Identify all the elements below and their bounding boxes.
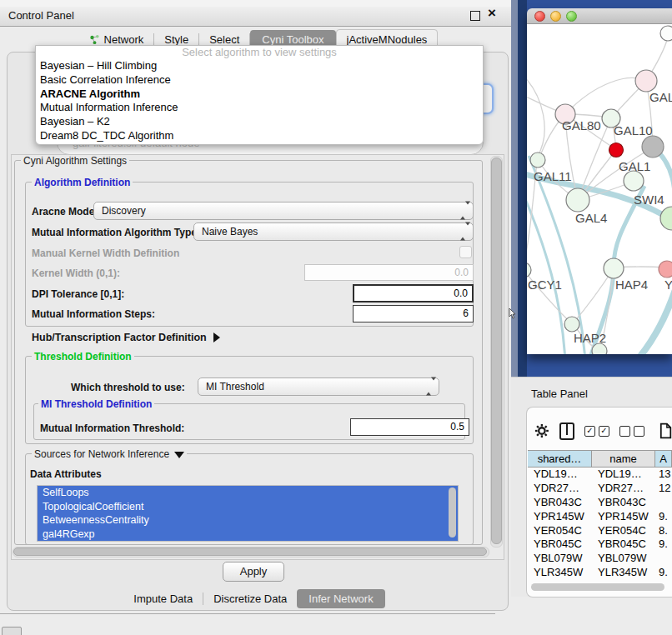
table-cell[interactable]: 8. <box>655 524 672 538</box>
mi-steps-field[interactable]: 6 <box>353 305 474 322</box>
attribute-item[interactable]: BetweennessCentrality <box>38 513 458 528</box>
collapsed-panel-icon[interactable] <box>2 627 22 635</box>
table-cell[interactable]: 9. <box>655 566 672 580</box>
vertical-scrollbar-thumb[interactable] <box>491 158 502 544</box>
dpi-tolerance-field[interactable]: 0.0 <box>353 284 474 302</box>
network-node[interactable] <box>642 136 664 158</box>
table-row[interactable]: YLR345WYLR345W9. <box>528 566 672 580</box>
table-cell[interactable]: YPR145W <box>528 510 592 524</box>
table-cell[interactable]: 12 <box>655 482 672 496</box>
column-header[interactable]: name <box>592 451 655 467</box>
table-cell[interactable]: YDR27… <box>592 482 655 496</box>
table-row[interactable]: YIL052CYIL052C9 <box>528 580 672 581</box>
table-cell[interactable]: 9 <box>655 580 672 581</box>
algorithm-option-list: Bayesian – Hill ClimbingBasic Correlatio… <box>36 59 483 143</box>
algorithm-option[interactable]: Bayesian – Hill Climbing <box>36 59 483 73</box>
aracne-mode-combo[interactable]: Discovery <box>93 202 474 220</box>
table-scrollbar-thumb[interactable] <box>531 583 664 591</box>
list-scrollbar-thumb[interactable] <box>449 488 456 538</box>
bottom-tab-bar: Impute DataDiscretize DataInfer Network <box>0 588 509 608</box>
table-cell[interactable]: YDL19… <box>592 468 655 482</box>
tab-discretize-data[interactable]: Discretize Data <box>203 589 297 608</box>
which-threshold-combo[interactable]: MI Threshold <box>198 378 439 396</box>
table-cell[interactable]: YDL19… <box>528 468 592 482</box>
table-cell[interactable]: YLR345W <box>528 566 592 580</box>
tab-impute-data[interactable]: Impute Data <box>123 589 203 608</box>
network-node-hap4[interactable] <box>604 258 624 278</box>
kernel-width-label: Kernel Width (0,1): <box>32 268 120 279</box>
table-cell[interactable]: 13 <box>655 468 672 482</box>
manual-kernel-checkbox[interactable] <box>459 246 472 258</box>
attribute-item[interactable]: gal4RGexp <box>38 528 458 542</box>
float-window-icon[interactable] <box>470 11 480 21</box>
close-traffic-light-icon[interactable] <box>534 11 545 22</box>
network-node-gcy1[interactable] <box>527 262 531 278</box>
table-row[interactable]: YBL079WYBL079W <box>528 552 672 566</box>
algorithm-option[interactable]: Bayesian – K2 <box>36 115 483 129</box>
column-header[interactable]: A <box>655 451 672 467</box>
combo-stepper-icon <box>460 223 467 241</box>
table-cell[interactable] <box>655 496 672 510</box>
algorithm-option[interactable]: Mutual Information Inference <box>36 101 483 115</box>
table-row[interactable]: YDR27…YDR27…12 <box>528 482 672 496</box>
attribute-item[interactable]: SelfLoops <box>38 486 458 500</box>
file-icon[interactable] <box>659 422 672 440</box>
select-checked-icon[interactable]: ✓ ✓ <box>584 426 609 437</box>
table-cell[interactable]: YBL079W <box>528 552 592 566</box>
hub-definition-toggle[interactable]: Hub/Transcription Factor Definition <box>32 332 220 343</box>
table-cell[interactable]: YLR345W <box>592 566 655 580</box>
network-node-gal11[interactable] <box>530 152 545 168</box>
attribute-item[interactable]: TopologicalCoefficient <box>38 500 458 514</box>
table-cell[interactable]: YIL052C <box>528 580 592 581</box>
network-canvas[interactable]: GALGAL80GAL10GAL1GAL11SWI4GAL4GCY1HAP4YH… <box>527 24 672 354</box>
network-window-titlebar[interactable] <box>527 8 672 24</box>
network-node[interactable] <box>609 143 624 158</box>
select-unchecked-icon[interactable] <box>619 426 644 437</box>
network-node[interactable] <box>660 26 672 41</box>
algorithm-option[interactable]: Basic Correlation Inference <box>36 73 483 88</box>
table-cell[interactable]: YDR27… <box>528 482 592 496</box>
table-cell[interactable]: YPR145W <box>592 510 655 524</box>
horizontal-scrollbar-thumb[interactable] <box>13 548 487 556</box>
combo-stepper-icon <box>426 378 433 396</box>
tab-infer-network[interactable]: Infer Network <box>297 589 384 608</box>
apply-button[interactable]: Apply <box>223 562 284 582</box>
table-cell[interactable]: 9. <box>655 538 672 552</box>
kernel-width-field[interactable]: 0.0 <box>304 264 474 281</box>
network-node-hap2[interactable] <box>564 317 579 332</box>
column-header[interactable]: shared… <box>528 451 592 467</box>
algorithm-option[interactable]: ARACNE Algorithm <box>36 88 483 102</box>
zoom-traffic-light-icon[interactable] <box>566 11 577 22</box>
network-icon <box>89 34 100 45</box>
table-cell[interactable]: 9. <box>655 510 672 524</box>
network-node-gal4[interactable] <box>566 188 589 212</box>
table-row[interactable]: YPR145WYPR145W9. <box>528 510 672 524</box>
table-row[interactable]: YBR043CYBR043C <box>528 496 672 510</box>
table-cell[interactable]: YBR043C <box>592 496 655 510</box>
gear-icon[interactable] <box>534 422 549 439</box>
network-node-gal1[interactable] <box>624 171 644 191</box>
algorithm-option[interactable]: Dream8 DC_TDC Algorithm <box>36 129 483 143</box>
minimize-traffic-light-icon[interactable] <box>550 11 561 22</box>
table-cell[interactable]: YBR045C <box>528 538 592 552</box>
network-node-y[interactable] <box>659 261 672 278</box>
table-cell[interactable]: YBR045C <box>592 538 655 552</box>
network-node-swi4[interactable] <box>660 207 672 230</box>
mi-type-combo[interactable]: Naive Bayes <box>193 222 474 241</box>
table-cell[interactable] <box>655 552 672 566</box>
table-cell[interactable]: YER054C <box>528 524 592 538</box>
table-row[interactable]: YDL19…YDL19…13 <box>528 468 672 482</box>
table-row[interactable]: YER054CYER054C8. <box>528 524 672 538</box>
columns-icon[interactable] <box>559 422 574 440</box>
sources-toggle[interactable]: Sources for Network Inference <box>32 448 187 460</box>
mi-threshold-field[interactable]: 0.5 <box>350 418 469 436</box>
table-row[interactable]: YBR045CYBR045C9. <box>528 538 672 552</box>
tab-label: Network <box>104 33 144 46</box>
table-cell[interactable]: YBR043C <box>528 496 592 510</box>
close-icon[interactable]: × <box>488 5 496 22</box>
table-cell[interactable]: YER054C <box>592 524 655 538</box>
table-cell[interactable]: YIL052C <box>592 580 655 581</box>
table-cell[interactable]: YBL079W <box>592 552 655 566</box>
network-node-gal[interactable] <box>635 70 657 92</box>
hub-definition-label: Hub/Transcription Factor Definition <box>32 332 207 343</box>
